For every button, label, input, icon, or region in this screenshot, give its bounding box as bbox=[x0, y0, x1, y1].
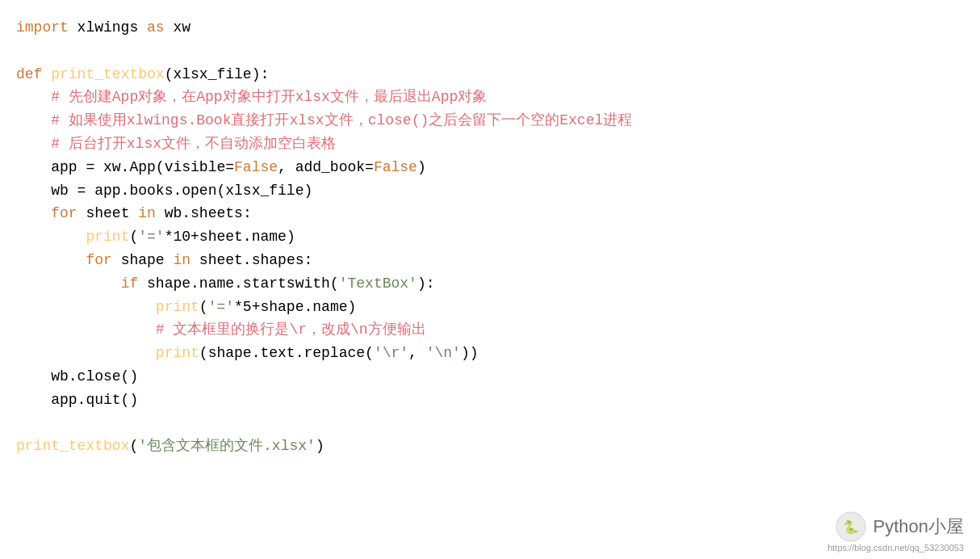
watermark: 🐍 Python小屋 bbox=[835, 511, 965, 543]
code-line-1: import xlwings as xw bbox=[16, 16, 956, 40]
code-line-19: print_textbox('包含文本框的文件.xlsx') bbox=[16, 435, 956, 458]
code-line-6: # 后台打开xlsx文件，不自动添加空白表格 bbox=[16, 132, 956, 156]
svg-text:🐍: 🐍 bbox=[843, 519, 859, 536]
code-block: import xlwings as xw def print_textbox(x… bbox=[0, 0, 980, 559]
code-line-13: print('='*5+shape.name) bbox=[16, 296, 956, 319]
code-line-7: app = xw.App(visible=False, add_book=Fal… bbox=[16, 156, 956, 179]
watermark-url: https://blog.csdn.net/qq_53230053 bbox=[827, 541, 964, 556]
code-line-8: wb = app.books.open(xlsx_file) bbox=[16, 179, 956, 203]
code-line-2 bbox=[16, 40, 956, 63]
code-line-5: # 如果使用xlwings.Book直接打开xlsx文件，close()之后会留… bbox=[16, 109, 956, 132]
watermark-label: Python小屋 bbox=[873, 512, 965, 540]
code-line-18 bbox=[16, 412, 956, 435]
code-line-3: def print_textbox(xlsx_file): bbox=[16, 63, 956, 86]
code-line-17: app.quit() bbox=[16, 389, 956, 412]
code-line-15: print(shape.text.replace('\r', '\n')) bbox=[16, 342, 956, 365]
code-line-10: print('='*10+sheet.name) bbox=[16, 225, 956, 249]
code-line-12: if shape.name.startswith('TextBox'): bbox=[16, 272, 956, 296]
code-line-4: # 先创建App对象，在App对象中打开xlsx文件，最后退出App对象 bbox=[16, 86, 956, 109]
code-line-11: for shape in sheet.shapes: bbox=[16, 249, 956, 272]
code-line-16: wb.close() bbox=[16, 365, 956, 389]
code-line-14: # 文本框里的换行是\r，改成\n方便输出 bbox=[16, 318, 956, 342]
code-line-9: for sheet in wb.sheets: bbox=[16, 202, 956, 225]
python-logo-icon: 🐍 bbox=[835, 511, 867, 543]
